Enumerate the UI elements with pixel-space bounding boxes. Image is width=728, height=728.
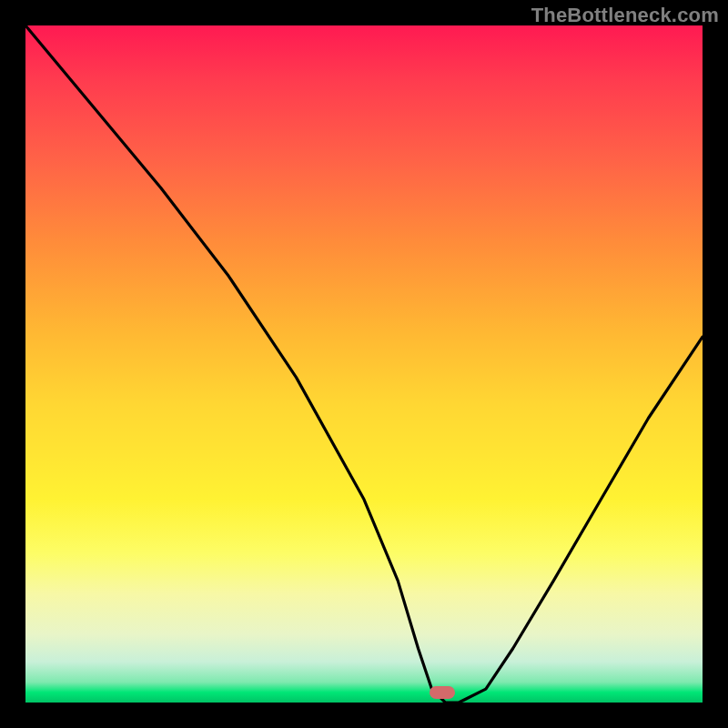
optimum-marker — [430, 686, 455, 699]
plot-area — [25, 25, 703, 703]
bottleneck-curve — [25, 25, 703, 703]
watermark-text: TheBottleneck.com — [531, 4, 719, 27]
